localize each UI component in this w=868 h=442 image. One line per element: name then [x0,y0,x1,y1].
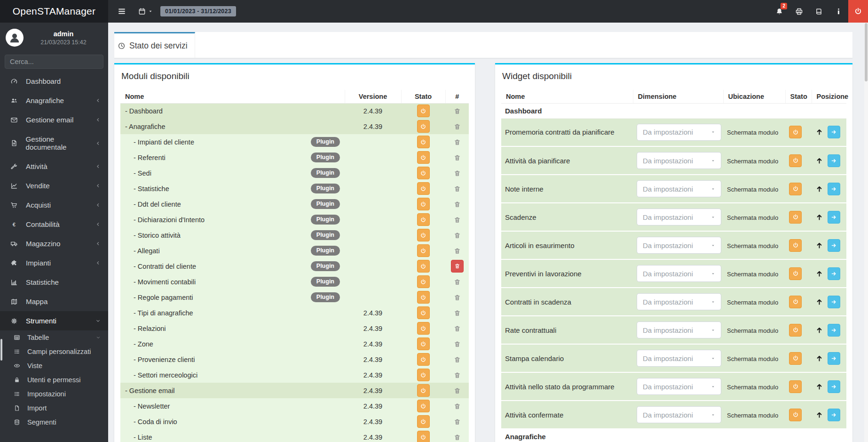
module-status-toggle[interactable] [417,213,430,226]
move-up-button[interactable] [815,270,823,278]
search-icon[interactable] [103,58,103,65]
sidebar-subitem-tabelle[interactable]: Tabelle [0,330,108,345]
search-input[interactable] [5,58,103,65]
print-button[interactable] [789,0,809,23]
logout-button[interactable] [848,0,868,23]
move-to-button[interactable] [828,352,840,365]
sidebar-item-vendite[interactable]: Vendite [0,176,108,195]
dimension-select[interactable]: Da impostazioni [637,152,721,169]
sidebar-subitem-segmenti[interactable]: Segmenti [0,415,108,429]
module-status-toggle[interactable] [417,431,430,442]
move-to-button[interactable] [828,183,840,195]
widget-status-toggle[interactable] [789,126,802,138]
module-status-toggle[interactable] [417,120,430,133]
move-up-button[interactable] [815,326,823,334]
module-status-toggle[interactable] [417,244,430,257]
sidebar-subitem-impostazioni[interactable]: Impostazioni [0,387,108,401]
widget-status-toggle[interactable] [789,324,802,337]
sidebar-item-magazzino[interactable]: Magazzino [0,234,108,253]
widget-status-toggle[interactable] [789,352,802,365]
trash-icon[interactable] [454,154,461,161]
move-to-button[interactable] [828,409,840,421]
widget-status-toggle[interactable] [789,211,802,224]
widget-status-toggle[interactable] [789,183,802,195]
sidebar-subitem-viste[interactable]: Viste [0,359,108,373]
page-scrollbar[interactable] [864,23,868,442]
trash-icon[interactable] [454,294,461,301]
trash-icon[interactable] [454,185,461,193]
trash-icon[interactable] [454,341,461,348]
sidebar-item-mappa[interactable]: Mappa [0,292,108,311]
trash-icon[interactable] [454,356,461,363]
module-status-toggle[interactable] [417,182,430,195]
module-status-toggle[interactable] [417,260,430,273]
move-to-button[interactable] [828,324,840,337]
page-scrollbar-thumb[interactable] [865,23,868,81]
sidebar-item-dashboard[interactable]: Dashboard [0,72,108,91]
trash-icon[interactable] [454,139,461,146]
move-up-button[interactable] [815,157,823,165]
move-to-button[interactable] [828,239,840,252]
manual-button[interactable] [809,0,829,23]
widget-status-toggle[interactable] [789,296,802,308]
module-delete-button[interactable] [451,260,464,273]
sidebar-subitem-import[interactable]: Import [0,401,108,415]
dimension-select[interactable]: Da impostazioni [637,124,721,141]
sidebar-item-impianti[interactable]: Impianti [0,253,108,273]
module-status-toggle[interactable] [417,104,430,117]
info-button[interactable] [829,0,848,23]
module-status-toggle[interactable] [417,384,430,397]
sidebar-item-contabilit[interactable]: €Contabilità [0,215,108,234]
date-range-badge[interactable]: 01/01/2023 - 31/12/2023 [160,6,236,16]
widget-status-toggle[interactable] [789,409,802,421]
trash-icon[interactable] [454,434,461,441]
sidebar-item-gestione-email[interactable]: Gestione email [0,110,108,129]
move-up-button[interactable] [815,354,823,362]
trash-icon[interactable] [454,310,461,317]
sidebar-item-acquisti[interactable]: Acquisti [0,195,108,215]
dimension-select[interactable]: Da impostazioni [637,321,721,338]
module-status-toggle[interactable] [417,229,430,241]
sidebar-item-anagrafiche[interactable]: Anagrafiche [0,91,108,110]
widget-status-toggle[interactable] [789,267,802,280]
move-to-button[interactable] [828,154,840,167]
module-status-toggle[interactable] [417,338,430,350]
trash-icon[interactable] [454,403,461,410]
module-status-toggle[interactable] [417,415,430,428]
trash-icon[interactable] [454,123,461,130]
dimension-select[interactable]: Da impostazioni [637,406,721,423]
trash-icon[interactable] [454,279,461,286]
move-up-button[interactable] [815,128,823,136]
dimension-select[interactable]: Da impostazioni [637,265,721,282]
move-to-button[interactable] [828,267,840,280]
module-status-toggle[interactable] [417,306,430,319]
trash-icon[interactable] [454,325,461,332]
sidebar-scrollbar-thumb[interactable] [0,339,2,361]
move-up-button[interactable] [815,383,823,391]
module-status-toggle[interactable] [417,275,430,288]
move-to-button[interactable] [828,126,840,138]
widget-status-toggle[interactable] [789,239,802,252]
move-to-button[interactable] [828,380,840,393]
module-status-toggle[interactable] [417,291,430,304]
move-up-button[interactable] [815,298,823,306]
dimension-select[interactable]: Da impostazioni [637,350,721,367]
tab-stato-dei-servizi[interactable]: Stato dei servizi [114,32,195,58]
move-up-button[interactable] [815,213,823,221]
trash-icon[interactable] [454,217,461,224]
module-status-toggle[interactable] [417,322,430,335]
module-status-toggle[interactable] [417,400,430,412]
dimension-select[interactable]: Da impostazioni [637,209,721,225]
module-status-toggle[interactable] [417,198,430,210]
move-to-button[interactable] [828,211,840,224]
module-status-toggle[interactable] [417,167,430,179]
trash-icon[interactable] [454,170,461,177]
app-logo[interactable]: OpenSTAManager [0,0,108,23]
sidebar-item-statistiche[interactable]: Statistiche [0,273,108,292]
dimension-select[interactable]: Da impostazioni [637,378,721,395]
calendar-menu-button[interactable] [138,8,153,15]
sidebar-subitem-campi-personalizzati[interactable]: Campi personalizzati [0,345,108,359]
trash-icon[interactable] [454,201,461,208]
module-status-toggle[interactable] [417,369,430,381]
dimension-select[interactable]: Da impostazioni [637,293,721,310]
